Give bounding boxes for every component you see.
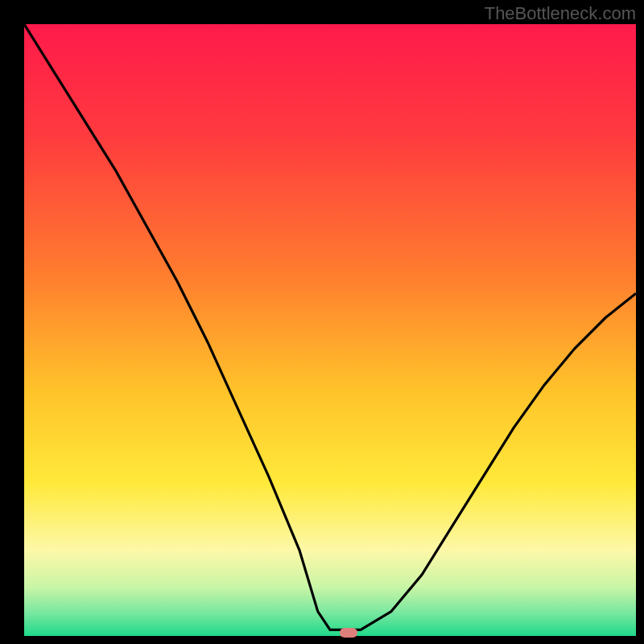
gradient-background <box>24 24 636 636</box>
chart-svg <box>24 24 636 636</box>
watermark-text: TheBottleneck.com <box>485 3 636 24</box>
optimum-marker <box>340 628 357 638</box>
bottleneck-chart <box>24 24 636 636</box>
